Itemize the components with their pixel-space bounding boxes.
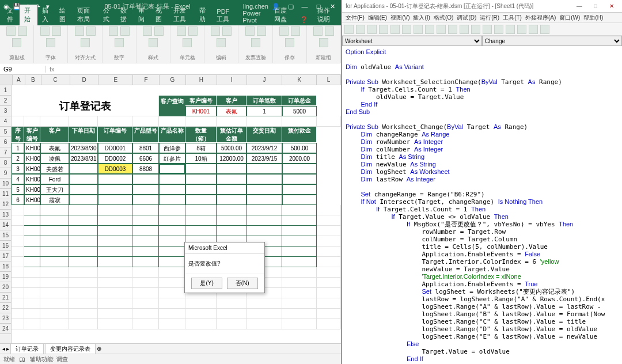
vba-toolbar-icon[interactable]: [414, 25, 423, 34]
ribbon-button-icon[interactable]: [81, 38, 90, 47]
ribbon-button-icon[interactable]: [75, 26, 84, 36]
cell[interactable]: KH003: [24, 164, 40, 174]
cell[interactable]: [159, 174, 185, 184]
cell[interactable]: [69, 288, 98, 298]
cell[interactable]: [12, 236, 24, 247]
cell[interactable]: [185, 309, 217, 319]
vba-toolbar-icon[interactable]: [367, 25, 377, 34]
cell[interactable]: [185, 215, 217, 226]
ribbon-button-icon[interactable]: [279, 26, 289, 36]
row-header[interactable]: 13: [0, 210, 11, 220]
row-header[interactable]: 3: [0, 106, 11, 116]
cell[interactable]: [132, 319, 159, 329]
cell[interactable]: [246, 195, 282, 205]
cell[interactable]: [132, 257, 159, 267]
cell[interactable]: [159, 184, 185, 195]
row-header[interactable]: 1: [0, 85, 11, 96]
ribbon-tab[interactable]: 帮助: [195, 5, 212, 25]
cell[interactable]: KH005: [24, 184, 40, 195]
cell[interactable]: 订单笔数: [246, 96, 282, 106]
row-header[interactable]: 18: [0, 261, 11, 272]
cell[interactable]: [317, 267, 341, 278]
cell[interactable]: [282, 236, 317, 247]
ribbon-button-icon[interactable]: [18, 26, 27, 36]
vba-toolbar-icon[interactable]: [437, 25, 446, 34]
vba-toolbar-icon[interactable]: [379, 25, 388, 34]
cell[interactable]: 8箱: [185, 143, 217, 153]
cell[interactable]: [40, 257, 69, 267]
ribbon-tab[interactable]: 视图: [151, 5, 168, 25]
cell[interactable]: [98, 215, 132, 226]
vba-menu-item[interactable]: 调试(D): [457, 14, 476, 22]
row-header[interactable]: 4: [0, 116, 11, 127]
cell[interactable]: [24, 205, 40, 215]
cell[interactable]: [246, 319, 282, 329]
cell[interactable]: [185, 298, 217, 309]
row-header[interactable]: 22: [0, 303, 11, 313]
cell[interactable]: [282, 298, 317, 309]
cell[interactable]: [159, 257, 185, 267]
vba-code-pane[interactable]: Option Explicit Dim oldValue As Variant …: [342, 46, 622, 364]
row-header[interactable]: 15: [0, 230, 11, 241]
cell[interactable]: [40, 226, 69, 236]
cell[interactable]: [69, 298, 98, 309]
cell[interactable]: [317, 309, 341, 319]
cell[interactable]: [246, 226, 282, 236]
cell[interactable]: [98, 247, 132, 257]
cell[interactable]: [12, 215, 24, 226]
sheet-nav-icon[interactable]: ▸: [6, 346, 9, 352]
ribbon-button-icon[interactable]: [217, 38, 226, 47]
col-header[interactable]: J: [247, 75, 283, 85]
cell[interactable]: 客户: [217, 96, 246, 106]
cell[interactable]: [159, 247, 185, 257]
cell[interactable]: [69, 309, 98, 319]
cell[interactable]: [40, 319, 69, 329]
cell[interactable]: [12, 116, 24, 127]
cell[interactable]: [159, 164, 185, 174]
ribbon-button-icon[interactable]: [188, 26, 198, 36]
vba-toolbar-icon[interactable]: [402, 25, 411, 34]
cell[interactable]: [12, 226, 24, 236]
cell[interactable]: [246, 174, 282, 184]
cell[interactable]: [317, 298, 341, 309]
row-header[interactable]: 23: [0, 313, 11, 324]
cell[interactable]: 8801: [132, 143, 159, 153]
cell[interactable]: [317, 116, 341, 127]
cell[interactable]: 6606: [132, 153, 159, 164]
ribbon-tab[interactable]: 开发工具: [169, 5, 195, 25]
cell[interactable]: [282, 184, 317, 195]
vba-menu-item[interactable]: 外接程序(A): [525, 14, 556, 22]
cell[interactable]: 2023/8/30: [69, 143, 98, 153]
row-header[interactable]: 17: [0, 251, 11, 261]
vba-toolbar-icon[interactable]: [344, 25, 354, 34]
cell[interactable]: [217, 309, 246, 319]
cell[interactable]: [69, 267, 98, 278]
cell[interactable]: 表氟: [217, 106, 246, 116]
cell[interactable]: Ford: [40, 174, 69, 184]
cell[interactable]: [159, 298, 185, 309]
fx-icon[interactable]: fx: [46, 66, 58, 73]
cell[interactable]: 500.00: [282, 143, 317, 153]
vba-toolbar-icon[interactable]: [494, 25, 503, 34]
cell[interactable]: [132, 184, 159, 195]
cell[interactable]: [317, 247, 341, 257]
cell[interactable]: 2: [12, 153, 24, 164]
cell[interactable]: [12, 309, 24, 319]
cell[interactable]: [12, 247, 24, 257]
row-header[interactable]: 10: [0, 179, 11, 189]
cell[interactable]: [132, 267, 159, 278]
ribbon-tab[interactable]: 公式: [98, 5, 116, 25]
vba-menu-item[interactable]: 运行(R): [480, 14, 499, 22]
dialog-no-button[interactable]: 否(N): [227, 278, 258, 289]
ribbon-button-icon[interactable]: [183, 38, 192, 47]
cell[interactable]: [246, 116, 282, 127]
vba-toolbar-icon[interactable]: [390, 25, 400, 34]
cell[interactable]: [159, 288, 185, 298]
cell[interactable]: [24, 288, 40, 298]
cell[interactable]: [98, 174, 132, 184]
cell[interactable]: [317, 205, 341, 215]
vba-toolbar-icon[interactable]: [460, 25, 469, 34]
cell[interactable]: [246, 298, 282, 309]
vba-proc-select[interactable]: Change: [482, 36, 622, 46]
row-header[interactable]: 8: [0, 158, 11, 168]
